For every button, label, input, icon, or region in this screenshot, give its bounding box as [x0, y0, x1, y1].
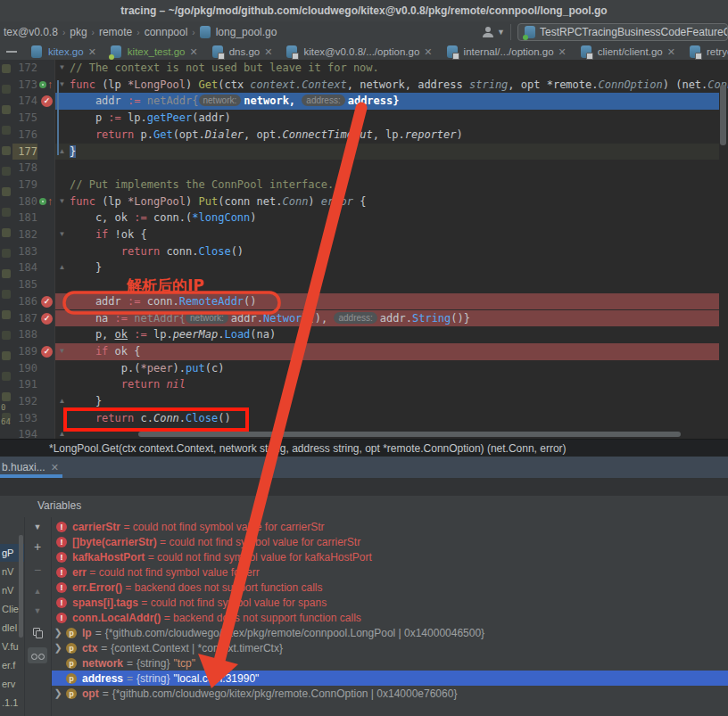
- watch-error-text: kafkaHostPort = could not find symbol va…: [72, 551, 372, 564]
- watch-error-row[interactable]: !carrierStr = could not find symbol valu…: [52, 519, 728, 534]
- go-file-icon: [690, 45, 700, 58]
- tab-label: kitex_test.go: [128, 46, 186, 57]
- code-text: addr := netAddr{network:network, address…: [95, 93, 400, 110]
- fold-marker[interactable]: ▲: [56, 393, 68, 410]
- close-icon[interactable]: ✕: [51, 462, 59, 473]
- error-icon: !: [56, 552, 67, 563]
- code-line-186[interactable]: 186✓addr := conn.RemoteAddr(): [0, 293, 728, 310]
- breadcrumb-file[interactable]: long_pool.go: [216, 26, 277, 38]
- chevron-down-icon[interactable]: ▼: [497, 28, 505, 37]
- watch-error-row[interactable]: !err = could not find symbol value for e…: [52, 564, 728, 580]
- variable-row-network[interactable]: pnetwork={string}"tcp": [52, 655, 728, 671]
- code-line-183[interactable]: 183return conn.Close(): [0, 243, 728, 260]
- breakpoint-icon[interactable]: ✓: [41, 313, 53, 325]
- fold-marker[interactable]: ▼: [56, 343, 68, 360]
- close-tab-icon[interactable]: ✕: [424, 46, 432, 58]
- code-line-190[interactable]: 190p.(*peer).put(c): [0, 360, 728, 377]
- code-text: if !ok {: [95, 226, 147, 243]
- close-tab-icon[interactable]: ✕: [667, 46, 675, 58]
- code-line-184[interactable]: 184▲}: [0, 259, 728, 276]
- close-tab-icon[interactable]: ✕: [189, 46, 197, 58]
- expand-chevron-icon[interactable]: ❯: [52, 642, 64, 654]
- watch-error-row[interactable]: !err.Error() = backend does not support …: [52, 580, 728, 595]
- close-tab-icon[interactable]: ✕: [264, 46, 272, 58]
- implements-interface-icon[interactable]: ↑: [47, 78, 53, 92]
- code-line-173[interactable]: 173↑▼func (lp *LongPool) Get(ctx context…: [0, 77, 728, 94]
- method-signature: *LongPool.Get(ctx context.Context, netwo…: [49, 442, 567, 455]
- gutter-icon-slot: [38, 410, 54, 427]
- code-line-175[interactable]: 175p := lp.getPeer(addr): [0, 110, 728, 127]
- editor-tab-kitex.go[interactable]: kitex.go✕: [23, 43, 103, 61]
- user-icon[interactable]: [481, 25, 495, 39]
- editor-tab-retryer.go[interactable]: retryer.go✕: [682, 43, 728, 61]
- code-line-172[interactable]: 172▼// The context is not used but leave…: [0, 60, 728, 77]
- run-configuration-select[interactable]: TestRPCTracingBusinessCodeFeatureOff in …: [517, 23, 728, 41]
- fold-marker[interactable]: ▼: [56, 226, 68, 243]
- editor-tab-client-client.go[interactable]: client/client.go✕: [573, 43, 682, 61]
- go-file-icon: [447, 45, 458, 58]
- line-number: 182: [12, 226, 37, 243]
- horizontal-scrollbar[interactable]: [138, 432, 681, 437]
- watch-error-row[interactable]: ![]byte(carrierStr) = could not find sym…: [52, 534, 728, 549]
- fold-marker[interactable]: ▼: [56, 60, 68, 77]
- breakpoint-icon[interactable]: ✓: [41, 95, 53, 107]
- variable-type: {string}: [136, 672, 170, 685]
- code-line-174[interactable]: 174✓addr := netAddr{network:network, add…: [0, 93, 728, 110]
- code-line-178[interactable]: 178: [0, 160, 728, 177]
- variable-row-ctx[interactable]: ❯pctx={context.Context | *context.timerC…: [52, 640, 728, 655]
- watch-error-row[interactable]: !spans[i].tags = could not find symbol v…: [52, 595, 728, 610]
- code-line-192[interactable]: 192▲}: [0, 393, 728, 410]
- expand-chevron-icon[interactable]: ❯: [52, 627, 64, 638]
- code-line-180[interactable]: 180↑▼func (lp *LongPool) Put(conn net.Co…: [0, 193, 728, 210]
- code-line-185[interactable]: 185: [0, 276, 728, 293]
- breadcrumb-item[interactable]: remote: [99, 26, 132, 38]
- close-tab-icon[interactable]: ✕: [558, 46, 567, 58]
- code-line-177[interactable]: 177▲}: [0, 144, 728, 160]
- code-line-187[interactable]: 187✓na := netAddr{network:addr.Network()…: [0, 310, 728, 327]
- code-line-188[interactable]: 188p, ok := lp.peerMap.Load(na): [0, 326, 728, 343]
- code-line-189[interactable]: 189✓▼if ok {: [0, 343, 728, 360]
- variable-value: {*github.com/cloudwego/kitex/pkg/remote.…: [112, 687, 458, 700]
- editor-tab-internal-...-option.go[interactable]: internal/.../option.go✕: [439, 43, 573, 61]
- code-line-193[interactable]: 193return c.Conn.Close(): [0, 410, 728, 427]
- code-line-176[interactable]: 176return p.Get(opt.Dialer, opt.ConnectT…: [0, 127, 728, 144]
- line-highlight-caret: [55, 144, 719, 160]
- code-line-182[interactable]: 182▼if !ok {: [0, 226, 728, 243]
- fold-marker[interactable]: ▼: [56, 193, 68, 210]
- editor-tab-kitex_test.go[interactable]: kitex_test.go✕: [103, 43, 204, 61]
- editor-tab-kitex-v0.0.8-...-option.go[interactable]: kitex@v0.0.8/.../option.go✕: [278, 43, 438, 61]
- variable-row-address[interactable]: paddress={string}"local.com:31990": [52, 671, 728, 686]
- navigation-bar: tex@v0.0.8›pkg›remote›connpool›long_pool…: [0, 21, 728, 43]
- ide-window: tracing – ~/go/pkg/mod/github.com/cloudw…: [0, 0, 728, 716]
- breadcrumb-item[interactable]: tex@v0.0.8: [4, 26, 58, 38]
- code-text: na := netAddr{network:addr.Network(), ad…: [95, 310, 470, 327]
- code-line-191[interactable]: 191return nil: [0, 376, 728, 393]
- fold-marker[interactable]: ▲: [56, 426, 68, 439]
- watch-error-row[interactable]: !conn.LocalAddr() = backend does not sup…: [52, 610, 728, 625]
- breadcrumb-item[interactable]: connpool: [145, 26, 188, 38]
- window-title: tracing – ~/go/pkg/mod/github.com/cloudw…: [120, 4, 607, 17]
- code-editor[interactable]: 064 172▼// The context is not used but l…: [0, 60, 728, 439]
- fold-marker[interactable]: ▲: [56, 259, 68, 276]
- code-line-179[interactable]: 179// Put implements the ConnPool interf…: [0, 177, 728, 193]
- watch-error-row[interactable]: !kafkaHostPort = could not find symbol v…: [52, 549, 728, 564]
- gutter-icon-slot: [38, 326, 54, 343]
- parameter-icon: p: [66, 643, 77, 654]
- code-text: // The context is not used but leave it …: [70, 60, 379, 77]
- editor-tab-dns.go[interactable]: dns.go✕: [204, 43, 279, 61]
- breakpoint-icon[interactable]: ✓: [41, 296, 53, 308]
- go-test-icon: [525, 26, 535, 38]
- close-tab-icon[interactable]: ✕: [88, 46, 96, 58]
- implements-interface-icon[interactable]: ↑: [47, 194, 53, 209]
- hide-tabs-icon[interactable]: [0, 43, 23, 61]
- expand-chevron-icon[interactable]: ❯: [52, 687, 64, 699]
- vertical-scrollbar[interactable]: [720, 85, 726, 145]
- code-text: return c.Conn.Close(): [95, 410, 231, 427]
- breakpoint-icon[interactable]: ✓: [41, 346, 53, 358]
- code-line-181[interactable]: 181c, ok := conn.(*longConn): [0, 210, 728, 226]
- variable-row-opt[interactable]: ❯popt={*github.com/cloudwego/kitex/pkg/r…: [52, 686, 728, 701]
- variable-row-lp[interactable]: ❯plp={*github.com/cloudwego/kitex/pkg/re…: [52, 625, 728, 640]
- breadcrumb: tex@v0.0.8›pkg›remote›connpool›long_pool…: [0, 26, 278, 38]
- code-text: func (lp *LongPool) Get(ctx context.Cont…: [70, 77, 728, 94]
- breadcrumb-item[interactable]: pkg: [70, 26, 87, 38]
